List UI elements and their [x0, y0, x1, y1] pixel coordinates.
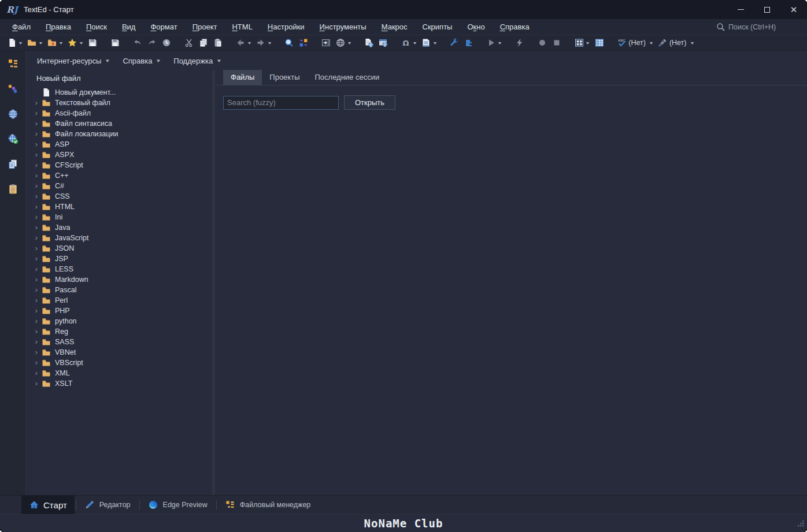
- tree-item[interactable]: ›SASS: [26, 337, 212, 347]
- chevron-down-icon[interactable]: ▼: [267, 41, 272, 45]
- tree-item[interactable]: ›Файл синтаксиса: [26, 118, 212, 129]
- chevron-down-icon[interactable]: ▼: [689, 41, 694, 45]
- tree-item[interactable]: ›PHP: [26, 306, 212, 316]
- new-file-button[interactable]: ▼: [5, 36, 24, 50]
- expand-chevron-icon[interactable]: ›: [32, 150, 41, 159]
- expand-chevron-icon[interactable]: ›: [32, 254, 41, 263]
- tree-item[interactable]: ›python: [26, 316, 212, 326]
- omega-button[interactable]: Ω▼: [399, 36, 419, 50]
- tab-2[interactable]: Проекты: [262, 70, 307, 85]
- menu-6[interactable]: Проект: [185, 19, 225, 35]
- expand-chevron-icon[interactable]: ›: [32, 296, 41, 305]
- quick-run-button[interactable]: [513, 36, 526, 50]
- expand-chevron-icon[interactable]: ›: [32, 348, 41, 357]
- nav-forward-button[interactable]: ▼: [254, 36, 273, 50]
- menu-11[interactable]: Скрипты: [415, 19, 460, 35]
- expand-chevron-icon[interactable]: ›: [32, 140, 41, 149]
- globe-button[interactable]: ▼: [334, 36, 353, 50]
- status-tab-pencil[interactable]: Редактор: [77, 496, 138, 514]
- save-all-button[interactable]: [109, 36, 122, 50]
- stop-button[interactable]: [550, 36, 563, 50]
- tree-item[interactable]: ›Markdown: [26, 274, 212, 285]
- expand-chevron-icon[interactable]: ›: [32, 171, 41, 180]
- copy-button[interactable]: [197, 36, 210, 50]
- expand-chevron-icon[interactable]: ›: [32, 285, 41, 295]
- menu-2[interactable]: Правка: [38, 19, 79, 35]
- expand-chevron-icon[interactable]: ›: [32, 358, 41, 367]
- global-search[interactable]: [713, 21, 801, 34]
- tree-item[interactable]: ›Pascal: [26, 285, 212, 295]
- undo-button[interactable]: [131, 36, 145, 50]
- tree-item[interactable]: ›JSON: [26, 243, 212, 254]
- tree-item[interactable]: ›Perl: [26, 295, 212, 306]
- expand-chevron-icon[interactable]: ›: [32, 275, 41, 284]
- expand-chevron-icon[interactable]: ›: [32, 223, 41, 232]
- tree-item[interactable]: ›CFScript: [26, 160, 212, 170]
- open-button[interactable]: Открыть: [344, 95, 395, 110]
- status-tab-file-manager[interactable]: Файловый менеджер: [218, 496, 319, 514]
- minimize-button[interactable]: [727, 0, 754, 19]
- goto-panel-button[interactable]: [320, 36, 333, 50]
- highlight-brush-button[interactable]: (Нет)▼: [656, 36, 696, 50]
- redo-button[interactable]: [146, 36, 159, 50]
- tab-1[interactable]: Файлы: [223, 70, 262, 85]
- history-button[interactable]: [160, 36, 173, 50]
- expand-chevron-icon[interactable]: ›: [32, 98, 41, 107]
- tree-item[interactable]: ›ASP: [26, 139, 212, 150]
- expand-chevron-icon[interactable]: ›: [32, 233, 41, 243]
- chevron-down-icon[interactable]: ▼: [247, 41, 252, 45]
- resource-menu-2[interactable]: Справка▼: [116, 53, 167, 68]
- format-doc-button[interactable]: ▼: [420, 36, 439, 50]
- tree-item[interactable]: ›VBNet: [26, 347, 212, 358]
- folder-favorite-button[interactable]: ♥▼: [46, 36, 65, 50]
- resize-grip-icon[interactable]: [797, 519, 805, 530]
- open-folder-button[interactable]: ▼: [25, 36, 45, 50]
- expand-chevron-icon[interactable]: ›: [32, 192, 41, 201]
- tree-item[interactable]: ›Reg: [26, 326, 212, 337]
- run-button[interactable]: ▼: [484, 36, 504, 50]
- expand-chevron-icon[interactable]: ›: [32, 337, 41, 347]
- paste-button[interactable]: [212, 36, 225, 50]
- expand-chevron-icon[interactable]: ›: [32, 213, 41, 222]
- table-button[interactable]: [593, 36, 606, 50]
- window-globe-button[interactable]: [377, 36, 390, 50]
- tree-item[interactable]: ›XML: [26, 368, 212, 378]
- tree-item[interactable]: ›XSLT: [26, 378, 212, 389]
- fuzzy-search-input[interactable]: [223, 96, 339, 110]
- tree-item[interactable]: ›JavaScript: [26, 233, 212, 243]
- spellcheck-button[interactable]: ABC(Нет)▼: [615, 36, 655, 50]
- menu-1[interactable]: Файл: [5, 19, 38, 35]
- nav-back-button[interactable]: ▼: [234, 36, 253, 50]
- expand-chevron-icon[interactable]: ›: [32, 265, 41, 274]
- expand-chevron-icon[interactable]: ›: [32, 119, 41, 128]
- tree-item[interactable]: ›ASPX: [26, 150, 212, 160]
- expand-chevron-icon[interactable]: ›: [32, 129, 41, 139]
- close-button[interactable]: ✕: [780, 0, 807, 19]
- search-button[interactable]: [283, 36, 296, 50]
- activity-web-check-button[interactable]: [7, 133, 18, 147]
- plugin-button[interactable]: [462, 36, 475, 50]
- tree-item[interactable]: ›JSP: [26, 254, 212, 264]
- tree-item[interactable]: ›Ascii-файл: [26, 108, 212, 118]
- menu-8[interactable]: Настройки: [260, 19, 312, 35]
- chevron-down-icon[interactable]: ▼: [18, 41, 23, 45]
- wrench-button[interactable]: [447, 36, 461, 50]
- record-button[interactable]: [535, 36, 549, 50]
- activity-structure-button[interactable]: [7, 58, 18, 72]
- chevron-down-icon[interactable]: ▼: [585, 41, 590, 45]
- chevron-down-icon[interactable]: ▼: [79, 41, 84, 45]
- activity-templates-button[interactable]: [7, 158, 18, 172]
- tree-item[interactable]: ›Файл локализации: [26, 129, 212, 139]
- menu-12[interactable]: Окно: [460, 19, 492, 35]
- doc-globe-button[interactable]: [362, 36, 376, 50]
- global-search-input[interactable]: [728, 23, 797, 31]
- chevron-down-icon[interactable]: ▼: [412, 41, 417, 45]
- expand-chevron-icon[interactable]: ›: [32, 327, 41, 336]
- tree-item[interactable]: ›HTML: [26, 202, 212, 212]
- chevron-down-icon[interactable]: ▼: [58, 41, 64, 45]
- menu-3[interactable]: Поиск: [79, 19, 114, 35]
- menu-9[interactable]: Инструменты: [312, 19, 374, 35]
- activity-web-button[interactable]: [7, 108, 18, 122]
- expand-chevron-icon[interactable]: ›: [32, 306, 41, 315]
- chevron-down-icon[interactable]: ▼: [497, 41, 502, 45]
